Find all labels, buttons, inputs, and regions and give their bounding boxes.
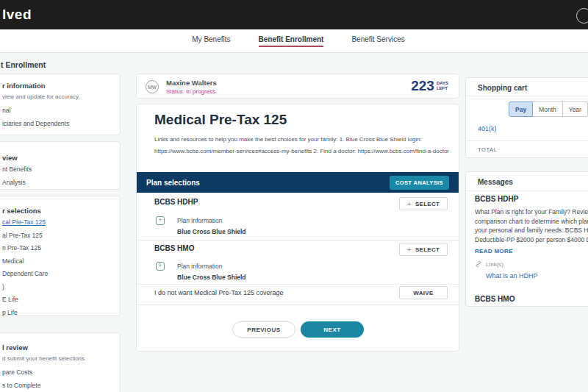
brand-logo: lved [2, 7, 32, 23]
sidebar-item-dependent-care[interactable]: Dependent Care [2, 270, 112, 277]
plan-description: Links and resources to help you make the… [154, 134, 457, 157]
sidebar-item-fsa-medical[interactable]: Medical [2, 257, 112, 265]
cart-item-401k[interactable]: 401(k) [478, 125, 497, 132]
cost-analysis-button[interactable]: COST ANALYSIS [390, 176, 449, 190]
user-status: Status: In progress [166, 88, 215, 95]
pay-period-toggle: Pay Month Year [509, 101, 588, 117]
what-is-hdhp-link[interactable]: What is an HDHP [486, 272, 538, 279]
divider [466, 140, 588, 141]
plan-information-label: Plan information [177, 217, 222, 224]
days-left-counter: 223 DAYS LEFT [411, 78, 448, 94]
sidebar-item-cost-analysis[interactable]: Analysis [2, 179, 112, 186]
divider [466, 190, 588, 191]
message-plan-name-hdhp: BCBS HDHP [475, 195, 518, 203]
main-navigation: My Benefits Benefit Enrollment Benefit S… [0, 29, 588, 53]
toggle-year[interactable]: Year [563, 101, 588, 117]
avatar: MW [146, 80, 159, 93]
select-hdhp-button[interactable]: SELECT [399, 197, 448, 210]
tab-benefit-services[interactable]: Benefit Services [351, 35, 404, 47]
toggle-month[interactable]: Month [533, 101, 563, 117]
plan-name-hmo: BCBS HMO [154, 244, 194, 252]
top-app-bar: lved [0, 0, 588, 29]
sidebar-item-medical-pretax[interactable]: cal Pre-Tax 125 [2, 218, 112, 226]
benefits-enrollment-page: lved My Benefits Benefit Enrollment Bene… [0, 0, 588, 392]
plan-selections-bar: Plan selections COST ANALYSIS [137, 172, 459, 193]
days-left-word1: DAYS [437, 81, 448, 86]
sidebar-heading-review: view [2, 154, 112, 162]
days-left-value: 223 [411, 78, 434, 94]
sidebar-item-sp-life[interactable]: p Life [2, 309, 112, 316]
sidebar-item-current-benefits[interactable]: nt Benefits [2, 165, 112, 173]
medical-kit-icon [156, 262, 165, 271]
next-button[interactable]: NEXT [301, 321, 364, 338]
message-body: What Plan is right for your Family? Revi… [475, 207, 588, 245]
page-title: Medical Pre-Tax 125 [154, 112, 287, 128]
sidebar-item-beneficiaries[interactable]: iciaries and Dependents [2, 120, 112, 127]
link-icon [475, 260, 482, 268]
read-more-link[interactable]: READ MORE [475, 248, 513, 254]
sidebar-item-personal[interactable]: nal [2, 107, 112, 114]
tab-my-benefits[interactable]: My Benefits [192, 35, 230, 47]
divider [137, 304, 459, 305]
messages-panel: Messages BCBS HDHP What Plan is right fo… [465, 171, 588, 307]
plan-detail-card: Medical Pre-Tax 125 Links and resources … [136, 104, 459, 352]
user-status-card: MW Maxine Walters Status: In progress 22… [136, 74, 459, 99]
plan-provider: Blue Cross Blue Shield [177, 274, 246, 281]
sidebar-card-final-review: l review d submit your benefit selection… [0, 332, 121, 392]
sidebar-desc-final-review: d submit your benefit selections. [2, 355, 112, 362]
divider [466, 96, 588, 96]
sidebar-heading-selections: r selections [2, 207, 112, 215]
select-hmo-button[interactable]: SELECT [399, 243, 448, 256]
message-plan-name-hmo: BCBS HMO [475, 295, 514, 303]
medical-kit-icon [156, 216, 165, 225]
waive-text: I do not want Medical Pre-Tax 125 covera… [154, 289, 284, 296]
select-label: SELECT [415, 246, 440, 253]
plan-provider: Blue Cross Blue Shield [177, 228, 246, 235]
sidebar-card-selections: r selections cal Pre-Tax 125 al Pre-Tax … [0, 196, 121, 316]
plus-icon [407, 200, 412, 208]
sidebar-item-dental-pretax[interactable]: al Pre-Tax 125 [2, 232, 112, 239]
messages-title: Messages [478, 178, 513, 186]
sidebar-heading-information: r information [2, 82, 112, 90]
plan-information-label: Plan information [177, 263, 222, 270]
sidebar-item-compare-costs[interactable]: pare Costs [2, 368, 112, 376]
sidebar-desc-information: view and update for accuracy. [2, 93, 112, 100]
user-name: Maxine Walters [166, 79, 217, 87]
select-label: SELECT [415, 201, 440, 207]
divider [137, 284, 459, 285]
sidebar-title: t Enrollment [1, 60, 46, 69]
sidebar-card-information: r information view and update for accura… [0, 74, 121, 135]
links-row: Link(s) [475, 260, 503, 268]
profile-icon[interactable] [576, 8, 588, 24]
plus-icon [407, 246, 412, 254]
tab-benefit-enrollment[interactable]: Benefit Enrollment [259, 35, 324, 47]
sidebar-item-ee-life[interactable]: E Life [2, 296, 112, 303]
waive-button[interactable]: WAIVE [399, 286, 448, 299]
sidebar-item-vision-pretax[interactable]: n Pre-Tax 125 [2, 244, 112, 252]
sidebar-card-review: view nt Benefits Analysis [0, 141, 121, 190]
previous-button[interactable]: PREVIOUS [232, 321, 295, 338]
divider [137, 240, 459, 240]
sidebar-item-steps-to-complete[interactable]: s to Complete [2, 382, 112, 389]
links-label: Link(s) [486, 261, 503, 268]
shopping-cart-panel: Shopping cart Pay Month Year 401(k) TOTA… [465, 77, 588, 158]
plan-selections-title: Plan selections [146, 179, 200, 187]
shopping-cart-title: Shopping cart [478, 84, 527, 92]
sidebar-heading-final-review: l review [2, 343, 112, 352]
sidebar-item-401k[interactable]: ) [2, 283, 112, 291]
toggle-pay[interactable]: Pay [509, 101, 533, 117]
days-left-word2: LEFT [437, 86, 448, 91]
cart-total-label: TOTAL [478, 146, 497, 153]
plan-name-hdhp: BCBS HDHP [154, 198, 198, 206]
